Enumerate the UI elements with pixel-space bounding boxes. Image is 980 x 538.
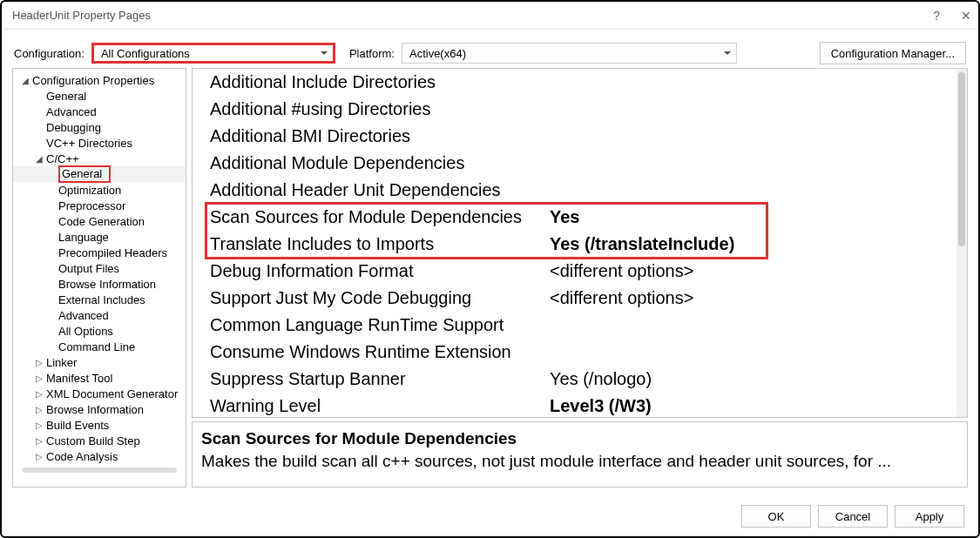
tree-item-custom-build-step[interactable]: ▷Custom Build Step [13,433,186,448]
expand-icon[interactable]: ▷ [32,405,46,414]
property-value[interactable]: Level3 (/W3) [550,396,956,416]
expand-icon[interactable]: ▷ [32,389,46,399]
titlebar: HeaderUnit Property Pages ? ✕ [2,2,978,30]
tree-item-cpp-code-generation[interactable]: Code Generation [13,213,186,229]
property-row[interactable]: Support Just My Code Debugging<different… [193,285,956,312]
property-name: Suppress Startup Banner [210,369,550,389]
property-row[interactable]: Consume Windows Runtime Extension [193,339,956,366]
tree-item-linker[interactable]: ▷Linker [13,354,186,370]
platform-value: Active(x64) [409,47,466,60]
configuration-label: Configuration: [14,47,84,60]
configuration-manager-button[interactable]: Configuration Manager... [820,42,966,64]
tree-item-vcpp-directories[interactable]: VC++ Directories [13,135,186,151]
tree-item-cpp-output-files[interactable]: Output Files [13,260,186,276]
tree-item-cpp-all-options[interactable]: All Options [13,323,186,339]
property-value[interactable]: Yes (/nologo) [550,369,956,389]
property-row[interactable]: Additional #using Directories [193,96,956,123]
window-title: HeaderUnit Property Pages [12,9,151,22]
tree-scrollbar-horizontal[interactable] [22,467,177,473]
property-name: Scan Sources for Module Dependencies [210,207,550,227]
right-pane: Additional Include DirectoriesAdditional… [192,68,968,488]
property-name: Warning Level [210,396,550,416]
content: ◢ Configuration Properties General Advan… [12,68,968,488]
property-grid[interactable]: Additional Include DirectoriesAdditional… [192,68,968,418]
description-title: Scan Sources for Module Dependencies [201,429,958,448]
property-value[interactable]: <different options> [550,261,956,281]
expand-icon[interactable]: ▷ [32,373,46,383]
scrollbar-thumb[interactable] [958,72,965,246]
tree-item-general[interactable]: General [13,88,186,104]
configuration-value: All Configurations [101,47,190,60]
tree-item-advanced[interactable]: Advanced [13,104,186,119]
expand-icon[interactable]: ▷ [32,452,46,461]
tree-item-cpp-optimization[interactable]: Optimization [13,182,186,198]
property-row[interactable]: Additional Header Unit Dependencies [193,177,956,204]
tree-item-debugging[interactable]: Debugging [13,119,186,135]
close-icon[interactable]: ✕ [961,9,971,23]
property-name: Additional BMI Directories [210,126,550,146]
property-name: Support Just My Code Debugging [210,288,550,308]
property-name: Additional Header Unit Dependencies [210,180,550,200]
tree-pane[interactable]: ◢ Configuration Properties General Advan… [12,68,186,488]
tree-item-cpp-precompiled-headers[interactable]: Precompiled Headers [13,245,186,260]
tree-item-cpp-language[interactable]: Language [13,229,186,245]
collapse-icon[interactable]: ◢ [18,76,32,85]
property-name: Additional #using Directories [210,99,550,119]
tree-item-cpp-preprocessor[interactable]: Preprocessor [13,198,186,213]
property-name: Consume Windows Runtime Extension [210,342,550,362]
tree-root[interactable]: ◢ Configuration Properties [13,72,186,88]
tree-label: C/C++ [46,152,79,165]
property-row[interactable]: Warning LevelLevel3 (/W3) [193,393,956,417]
expand-icon[interactable]: ▷ [32,436,46,446]
ok-button[interactable]: OK [741,505,811,528]
property-row[interactable]: Suppress Startup BannerYes (/nologo) [193,366,956,393]
cancel-button[interactable]: Cancel [818,505,888,528]
property-name: Translate Includes to Imports [210,234,550,254]
property-value[interactable]: <different options> [550,288,956,308]
help-icon[interactable]: ? [933,9,940,23]
property-row[interactable]: Scan Sources for Module DependenciesYes [193,204,956,231]
footer: OK Cancel Apply [741,505,964,528]
expand-icon[interactable]: ▷ [32,358,46,367]
property-value[interactable]: Yes (/translateInclude) [550,234,956,254]
config-bar: Configuration: All Configurations Platfo… [2,30,978,70]
tree-item-xml-document-generator[interactable]: ▷XML Document Generator [13,386,186,401]
tree-item-cpp-command-line[interactable]: Command Line [13,339,186,354]
tree-item-code-analysis[interactable]: ▷Code Analysis [13,448,186,464]
tree-item-cpp[interactable]: ◢ C/C++ [13,151,186,166]
property-row[interactable]: Translate Includes to ImportsYes (/trans… [193,231,956,258]
tree-label: Configuration Properties [32,74,154,87]
expand-icon[interactable]: ▷ [32,420,46,430]
property-row[interactable]: Additional Include Directories [193,69,956,96]
property-row[interactable]: Debug Information Format<different optio… [193,258,956,285]
apply-button[interactable]: Apply [895,505,964,528]
tree-item-manifest-tool[interactable]: ▷Manifest Tool [13,370,186,386]
configuration-dropdown[interactable]: All Configurations [91,43,335,64]
tree-item-build-events[interactable]: ▷Build Events [13,417,186,433]
platform-label: Platform: [349,47,395,60]
property-row[interactable]: Common Language RunTime Support [193,312,956,339]
collapse-icon[interactable]: ◢ [32,154,46,164]
property-name: Common Language RunTime Support [210,315,550,335]
property-name: Additional Module Dependencies [210,153,550,173]
tree-item-cpp-external-includes[interactable]: External Includes [13,292,186,307]
property-name: Debug Information Format [210,261,550,281]
platform-dropdown[interactable]: Active(x64) [402,43,737,64]
property-row[interactable]: Additional BMI Directories [193,123,956,150]
property-row[interactable]: Additional Module Dependencies [193,150,956,177]
description-body: Makes the build scan all c++ sources, no… [201,452,958,471]
window-controls: ? ✕ [933,9,971,23]
scrollbar-vertical[interactable] [956,69,967,417]
tree-item-browse-information[interactable]: ▷Browse Information [13,401,186,417]
tree-item-cpp-browse-information[interactable]: Browse Information [13,276,186,292]
tree-item-cpp-advanced[interactable]: Advanced [13,307,186,323]
description-pane: Scan Sources for Module Dependencies Mak… [192,421,968,488]
property-value[interactable]: Yes [550,207,956,227]
tree-item-cpp-general[interactable]: General [13,166,186,182]
property-name: Additional Include Directories [210,72,550,92]
